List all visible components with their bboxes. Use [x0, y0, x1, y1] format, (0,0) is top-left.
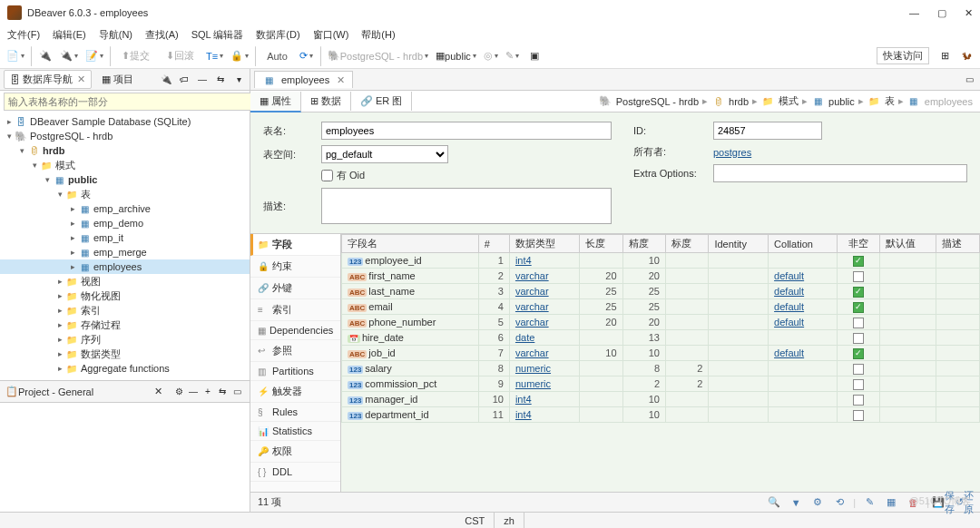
column-row[interactable]: ABCfirst_name2varchar2020default	[342, 269, 980, 284]
breadcrumb-item[interactable]: public	[811, 95, 855, 108]
subtab-data[interactable]: ⊞ 数据	[301, 92, 351, 111]
new-conn-button[interactable]: 🔌	[35, 46, 55, 66]
add-icon[interactable]: ▦	[883, 494, 899, 511]
column-row[interactable]: ABClast_name3varchar2525default	[342, 284, 980, 299]
subtab-properties[interactable]: ▦ 属性	[250, 92, 301, 112]
menu-item[interactable]: 查找(A)	[145, 28, 179, 42]
textarea-description[interactable]	[321, 188, 612, 224]
project-plus-icon[interactable]: +	[201, 385, 215, 399]
column-row[interactable]: 123commission_pct9numeric22	[342, 376, 980, 392]
gear-icon[interactable]: ⚙	[809, 494, 826, 511]
column-row[interactable]: ABCjob_id7varchar1010default	[342, 346, 980, 361]
category-外键[interactable]: 🔗外键	[250, 278, 340, 299]
db-tree[interactable]: ▸DBeaver Sample Database (SQLite)▾Postgr…	[0, 112, 250, 380]
nav-minus-icon[interactable]: —	[195, 73, 210, 87]
tree-node[interactable]: ▾PostgreSQL - hrdb	[0, 129, 250, 143]
nav-connect-icon[interactable]: 🔌	[159, 73, 173, 87]
menu-item[interactable]: 帮助(H)	[361, 28, 395, 42]
category-Dependencies[interactable]: ▦Dependencies	[250, 321, 340, 340]
project-minus-icon[interactable]: —	[186, 385, 201, 399]
persp-2[interactable]: 🐿	[956, 46, 976, 66]
breadcrumb-item[interactable]: hrdb	[711, 95, 749, 108]
new-button[interactable]: 📄	[4, 46, 27, 66]
commit-button[interactable]: ⬆ 提交	[114, 46, 157, 66]
quick-access[interactable]: 快速访问	[877, 47, 929, 64]
x2[interactable]: ✎	[503, 46, 523, 66]
tree-node[interactable]: ▸employees	[0, 259, 250, 274]
tree-node[interactable]: ▸emp_demo	[0, 216, 250, 230]
persp-1[interactable]: ⊞	[935, 46, 955, 66]
tree-node[interactable]: ▸DBeaver Sample Database (SQLite)	[0, 114, 250, 129]
conn-selector[interactable]: 🐘 PostgreSQL - hrdb	[325, 46, 431, 66]
category-Statistics[interactable]: 📊Statistics	[250, 422, 340, 441]
search-icon[interactable]: 🔍	[766, 494, 782, 511]
project-gear-icon[interactable]: ⚙	[172, 385, 186, 399]
column-row[interactable]: ABCphone_number5varchar2020default	[342, 315, 980, 330]
tree-node[interactable]: ▸Aggregate functions	[0, 361, 250, 376]
tree-node[interactable]: ▾hrdb	[0, 143, 250, 158]
link-owner[interactable]: postgres	[713, 147, 751, 158]
category-索引[interactable]: ≡索引	[250, 299, 340, 321]
category-Partitions[interactable]: ▥Partitions	[250, 362, 340, 381]
rollback-button[interactable]: ⬇ 回滚	[159, 46, 201, 66]
tree-filter-input[interactable]	[4, 93, 253, 111]
tree-node[interactable]: ▸存储过程	[0, 318, 250, 332]
menu-item[interactable]: 文件(F)	[7, 28, 40, 42]
nav-link-icon[interactable]: ⇆	[213, 73, 228, 87]
tree-node[interactable]: ▸emp_merge	[0, 245, 250, 259]
category-Rules[interactable]: §Rules	[250, 403, 340, 422]
breadcrumb-item[interactable]: PostgreSQL - hrdb	[599, 95, 699, 108]
columns-grid[interactable]: 字段名#数据类型长度精度标度IdentityCollation非空默认值描述12…	[341, 234, 980, 492]
menu-item[interactable]: 编辑(E)	[53, 28, 86, 42]
x3[interactable]: ▣	[524, 46, 544, 66]
category-DDL[interactable]: { }DDL	[250, 463, 340, 482]
select-tablespace[interactable]: pg_default	[321, 145, 448, 163]
menu-item[interactable]: SQL 编辑器	[191, 28, 244, 42]
revert-button[interactable]: ↺ 还原	[956, 494, 973, 511]
editor-tab-employees[interactable]: employees✕	[254, 71, 353, 88]
breadcrumb-item[interactable]: employees	[907, 95, 973, 108]
column-row[interactable]: 123employee_id1int410	[342, 253, 980, 269]
column-row[interactable]: 123salary8numeric82	[342, 361, 980, 376]
maximize-button[interactable]: ▢	[937, 7, 946, 19]
category-触发器[interactable]: ⚡触发器	[250, 381, 340, 403]
save-button[interactable]: 💾 保存	[935, 494, 951, 511]
tree-node[interactable]: ▸数据类型	[0, 347, 250, 361]
tx-button[interactable]: T≡	[203, 46, 226, 66]
editor-min-icon[interactable]: ▭	[962, 73, 976, 87]
tree-node[interactable]: ▸视图	[0, 274, 250, 288]
category-参照[interactable]: ↩参照	[250, 340, 340, 362]
tree-node[interactable]: ▸索引	[0, 303, 250, 318]
delete-icon[interactable]: 🗑	[905, 494, 921, 511]
nav-filter-icon[interactable]: 🏷	[177, 73, 191, 87]
project-min-icon[interactable]: ▭	[230, 385, 244, 399]
checkbox-has-oid[interactable]	[321, 170, 333, 181]
tree-node[interactable]: ▸emp_it	[0, 230, 250, 245]
project-close-icon[interactable]: ✕	[154, 386, 162, 397]
x1[interactable]: ◎	[481, 46, 501, 66]
tree-node[interactable]: ▸序列	[0, 332, 250, 347]
schema-selector[interactable]: ▦ public	[433, 46, 479, 66]
close-button[interactable]: ✕	[965, 7, 973, 19]
tree-node[interactable]: ▾模式	[0, 158, 250, 172]
subtab-er[interactable]: 🔗 ER 图	[351, 92, 412, 111]
menu-item[interactable]: 窗口(W)	[313, 28, 349, 42]
input-table-name[interactable]	[321, 122, 612, 140]
menu-item[interactable]: 数据库(D)	[256, 28, 299, 42]
category-约束[interactable]: 🔒约束	[250, 256, 340, 278]
category-字段[interactable]: 📁字段	[250, 234, 340, 256]
column-row[interactable]: ABCemail4varchar2525default	[342, 299, 980, 315]
filter-icon[interactable]: ▼	[788, 494, 804, 511]
breadcrumb-item[interactable]: 模式	[761, 94, 799, 108]
lock-button[interactable]: 🔒	[228, 46, 251, 66]
column-row[interactable]: 📅hire_date6date13	[342, 330, 980, 346]
sql-editor-button[interactable]: 📝	[83, 46, 106, 66]
column-row[interactable]: 123manager_id10int410	[342, 392, 980, 407]
tree-node[interactable]: ▾表	[0, 187, 250, 201]
refresh-icon[interactable]: ⟲	[831, 494, 848, 511]
minimize-button[interactable]: —	[909, 7, 919, 19]
category-权限[interactable]: 🔑权限	[250, 441, 340, 463]
tab-db-navigator[interactable]: 🗄数据库导航✕	[4, 70, 92, 89]
input-extra[interactable]	[713, 164, 967, 182]
tree-node[interactable]: ▾public	[0, 172, 250, 187]
